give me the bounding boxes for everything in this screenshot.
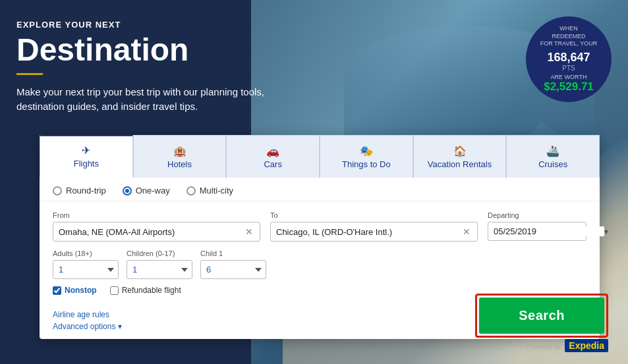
tab-cruises-label: Cruises — [538, 159, 567, 169]
tab-hotels[interactable]: 🏨 Hotels — [133, 135, 227, 178]
hero-description: Make your next trip your best trip with … — [16, 85, 267, 115]
refundable-checkbox-label[interactable]: Refundable flight — [110, 286, 181, 295]
to-group: To ✕ — [270, 211, 478, 242]
cruises-icon: 🚢 — [546, 145, 559, 157]
children-select[interactable]: 1 2 3 — [127, 260, 192, 279]
departing-input-wrap[interactable]: ▾ — [488, 222, 586, 241]
tab-hotels-label: Hotels — [167, 159, 192, 169]
from-input-wrap[interactable]: ✕ — [53, 222, 260, 242]
from-input[interactable] — [59, 227, 244, 237]
cars-icon: 🚗 — [266, 145, 279, 157]
adults-select[interactable]: 1 2 3 — [53, 260, 119, 279]
date-chevron-icon: ▾ — [604, 227, 608, 236]
to-input[interactable] — [276, 227, 461, 237]
hero-subtitle: EXPLORE YOUR NEXT — [16, 20, 267, 30]
hotels-icon: 🏨 — [173, 145, 186, 157]
departing-label: Departing — [488, 211, 586, 219]
one-way-radio[interactable] — [123, 186, 132, 195]
multi-city-option[interactable]: Multi-city — [186, 186, 233, 195]
hero-content: EXPLORE YOUR NEXT Destination Make your … — [16, 20, 267, 115]
trip-types: Round-trip One-way Multi-city — [40, 178, 600, 201]
selects-row: Adults (18+) 1 2 3 Children (0-17) 1 2 3 — [53, 249, 586, 279]
tab-vacation-rentals-label: Vacation Rentals — [428, 159, 492, 169]
from-to-row: From ✕ To ✕ Departing — [53, 211, 586, 242]
multi-city-radio[interactable] — [186, 186, 196, 195]
tab-flights-label: Flights — [74, 159, 99, 169]
advanced-options-arrow-icon: ▾ — [118, 322, 122, 331]
departing-input[interactable] — [494, 226, 604, 236]
tab-cars-label: Cars — [264, 159, 281, 169]
child1-group: Child 1 6 7 8 — [200, 249, 266, 279]
refundable-text: Refundable flight — [122, 286, 181, 295]
round-trip-radio[interactable] — [53, 186, 62, 195]
badge-line1: WHENREDEEMEDFOR TRAVEL, YOUR — [540, 25, 598, 48]
tab-things-to-do[interactable]: 🎭 Things to Do — [320, 135, 413, 178]
dollar-value: $2,529.71 — [544, 80, 594, 93]
nonstop-text: Nonstop — [65, 286, 97, 295]
children-label: Children (0-17) — [127, 249, 192, 257]
are-worth-label: ARE WORTH — [551, 74, 587, 80]
from-clear-btn[interactable]: ✕ — [244, 226, 254, 237]
one-way-label: One-way — [136, 186, 170, 195]
round-trip-label: Round-trip — [66, 186, 106, 195]
powered-by-text: Powered by — [527, 343, 561, 350]
adults-label: Adults (18+) — [53, 249, 119, 257]
from-label: From — [53, 211, 260, 219]
search-button[interactable]: Search — [479, 298, 604, 334]
vacation-rentals-icon: 🏠 — [453, 145, 467, 157]
nonstop-checkbox-label[interactable]: Nonstop — [53, 286, 97, 295]
hero-divider — [16, 73, 43, 75]
refundable-checkbox[interactable] — [110, 286, 119, 295]
multi-city-label: Multi-city — [200, 186, 233, 195]
expedia-logo: Expedia — [565, 339, 608, 352]
search-area: Search Powered by Expedia — [475, 294, 608, 351]
one-way-option[interactable]: One-way — [123, 186, 170, 195]
to-clear-btn[interactable]: ✕ — [461, 226, 472, 237]
tab-cruises[interactable]: 🚢 Cruises — [506, 135, 600, 178]
tab-things-to-do-label: Things to Do — [342, 159, 391, 169]
child1-select[interactable]: 6 7 8 — [200, 260, 266, 279]
things-to-do-icon: 🎭 — [360, 145, 373, 157]
from-group: From ✕ — [53, 211, 260, 242]
to-label: To — [270, 211, 478, 219]
points-badge: WHENREDEEMEDFOR TRAVEL, YOUR 168,647 PTS… — [526, 16, 612, 102]
children-group: Children (0-17) 1 2 3 — [127, 249, 192, 279]
hero-title: Destination — [16, 33, 267, 68]
adults-group: Adults (18+) 1 2 3 — [53, 249, 119, 279]
pts-label: PTS — [562, 65, 575, 72]
tab-cars[interactable]: 🚗 Cars — [226, 135, 320, 178]
search-button-wrap: Search — [475, 294, 608, 338]
tab-vacation-rentals[interactable]: 🏠 Vacation Rentals — [413, 135, 507, 178]
hero-section: EXPLORE YOUR NEXT Destination Make your … — [0, 0, 628, 364]
to-input-wrap[interactable]: ✕ — [270, 222, 478, 242]
tab-flights[interactable]: ✈ Flights — [40, 135, 133, 178]
child1-label: Child 1 — [200, 249, 266, 257]
round-trip-option[interactable]: Round-trip — [53, 186, 106, 195]
flights-icon: ✈ — [82, 144, 90, 157]
powered-by: Powered by Expedia — [527, 340, 608, 351]
advanced-options-text: Advanced options — [53, 322, 115, 331]
departing-group: Departing ▾ — [488, 211, 586, 242]
tabs-bar: ✈ Flights 🏨 Hotels 🚗 Cars 🎭 Things to Do… — [40, 135, 600, 178]
nonstop-checkbox[interactable] — [53, 286, 61, 295]
points-value: 168,647 — [547, 51, 590, 65]
